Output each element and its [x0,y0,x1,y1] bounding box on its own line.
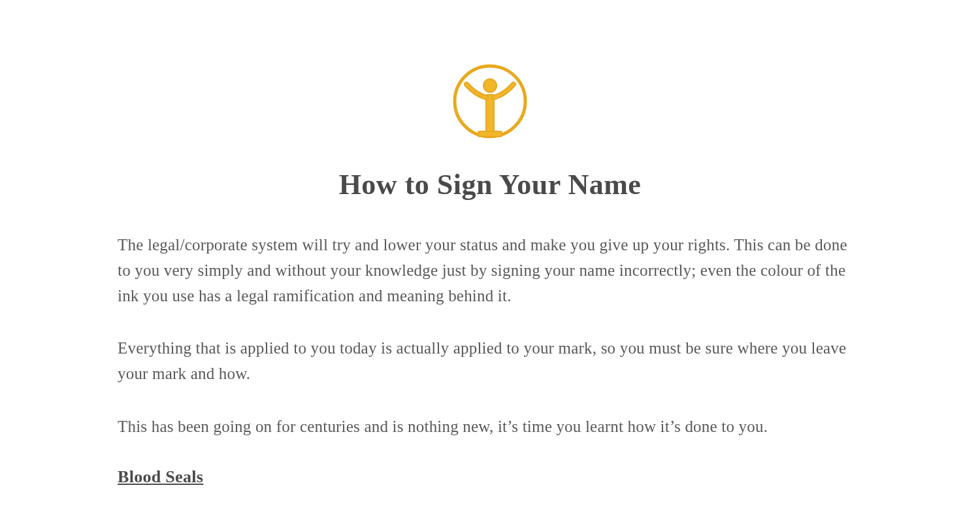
person-circle-emblem-icon [451,62,529,143]
page-title: How to Sign Your Name [118,168,862,201]
section-subheading: Blood Seals [118,467,862,487]
svg-rect-3 [478,131,502,137]
svg-rect-2 [486,95,494,134]
body-paragraph: This has been going on for centuries and… [118,414,862,440]
body-paragraph: The legal/corporate system will try and … [118,233,862,308]
svg-point-1 [483,79,497,92]
logo-container [118,62,862,143]
body-paragraph: Everything that is applied to you today … [118,336,862,387]
document-page: How to Sign Your Name The legal/corporat… [0,0,980,513]
